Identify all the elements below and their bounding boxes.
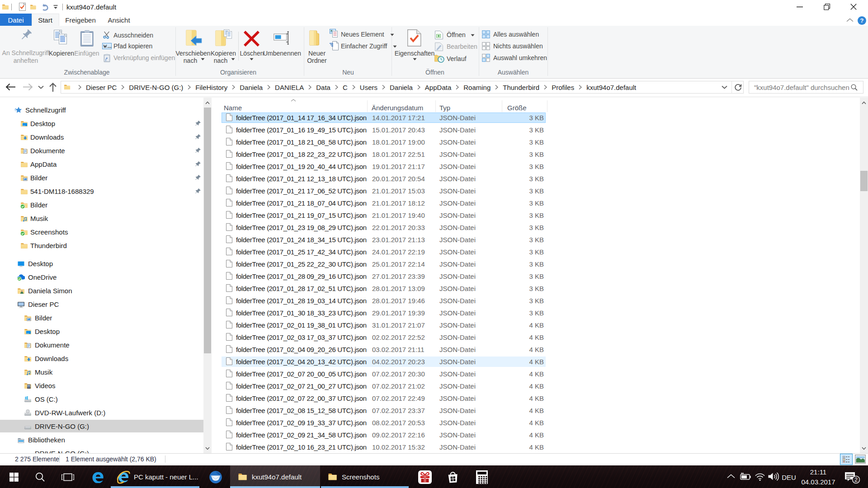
svg-text:?: ? <box>860 17 864 24</box>
svg-text:2: 2 <box>854 477 858 483</box>
